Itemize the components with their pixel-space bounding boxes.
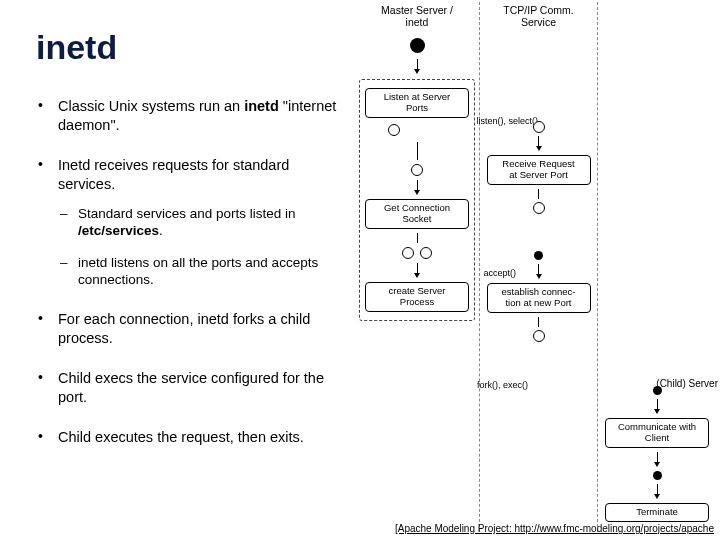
col1-header: Master Server / inetd — [359, 4, 475, 32]
sync-node-icon — [533, 202, 545, 214]
terminate-box: Terminate — [605, 503, 709, 522]
bullet-5: Child executes the request, then exits. — [36, 428, 341, 447]
receive-box: Receive Request at Server Port — [487, 155, 591, 185]
communicate-box: Communicate with Client — [605, 418, 709, 448]
establish-box: establish connec- tion at new Port — [487, 283, 591, 313]
sub-1: Standard services and ports listed in /e… — [58, 205, 341, 240]
sub-2: inetd listens on all the ports and accep… — [58, 254, 341, 289]
text: Classic Unix systems run an — [58, 98, 244, 114]
node-icon — [534, 251, 543, 260]
text: Inetd receives requests for standard ser… — [58, 157, 289, 192]
diagram: Master Server / inetd Listen at Server P… — [355, 0, 720, 540]
slide-title: inetd — [36, 28, 341, 67]
loop-node-icon — [388, 124, 400, 136]
sync-node-icon — [533, 121, 545, 133]
node-icon — [653, 471, 662, 480]
sync-node-icon — [533, 330, 545, 342]
bullet-4: Child execs the service configured for t… — [36, 369, 341, 406]
col-tcpip: TCP/IP Comm. Service Receive Request at … — [480, 2, 598, 532]
branch-node-icon — [420, 247, 432, 259]
credit-link[interactable]: [Apache Modeling Project: http://www.fmc… — [395, 523, 714, 534]
bullet-3: For each connection, inetd forks a child… — [36, 310, 341, 347]
bullet-1: Classic Unix systems run an inetd "inter… — [36, 97, 341, 134]
col3-header — [602, 4, 712, 32]
branch-node-icon — [402, 247, 414, 259]
text: . — [159, 223, 163, 238]
connection-box: Get Connection Socket — [365, 199, 469, 229]
strong-etc-services: /etc/services — [78, 223, 159, 238]
bullet-2: Inetd receives requests for standard ser… — [36, 156, 341, 288]
sub-list: Standard services and ports listed in /e… — [58, 205, 341, 288]
strong-inetd: inetd — [244, 98, 279, 114]
col-master: Master Server / inetd Listen at Server P… — [355, 2, 480, 532]
merge-node-icon — [411, 164, 423, 176]
loop-region: Listen at Server Ports listen(), select(… — [359, 79, 475, 321]
col2-header: TCP/IP Comm. Service — [484, 4, 593, 32]
col-child: Communicate with Client Terminate — [598, 2, 716, 532]
create-box: create Server Process — [365, 282, 469, 312]
child-server-label: (Child) Server — [656, 378, 718, 389]
text: Standard services and ports listed in — [78, 206, 296, 221]
start-node-icon — [410, 38, 425, 53]
bullet-list: Classic Unix systems run an inetd "inter… — [36, 97, 341, 447]
listen-box: Listen at Server Ports — [365, 88, 469, 118]
